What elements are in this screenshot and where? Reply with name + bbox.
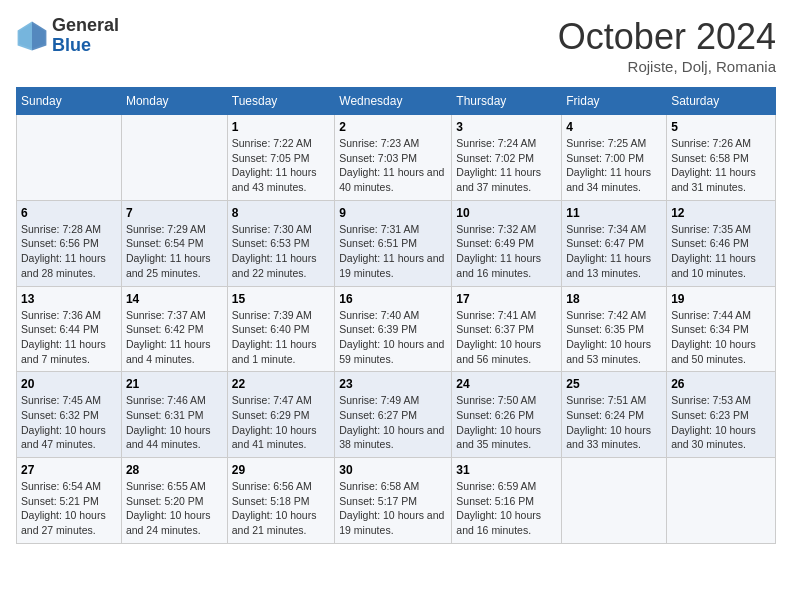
calendar-cell: 1Sunrise: 7:22 AMSunset: 7:05 PMDaylight…: [227, 115, 334, 201]
calendar-cell: [667, 458, 776, 544]
day-number: 10: [456, 206, 557, 220]
location: Rojiste, Dolj, Romania: [558, 58, 776, 75]
day-info: Sunrise: 7:37 AMSunset: 6:42 PMDaylight:…: [126, 308, 223, 367]
calendar-cell: 3Sunrise: 7:24 AMSunset: 7:02 PMDaylight…: [452, 115, 562, 201]
calendar-cell: [121, 115, 227, 201]
day-number: 21: [126, 377, 223, 391]
calendar-cell: 2Sunrise: 7:23 AMSunset: 7:03 PMDaylight…: [335, 115, 452, 201]
calendar-cell: 13Sunrise: 7:36 AMSunset: 6:44 PMDayligh…: [17, 286, 122, 372]
day-info: Sunrise: 7:46 AMSunset: 6:31 PMDaylight:…: [126, 393, 223, 452]
day-number: 2: [339, 120, 447, 134]
header-day: Saturday: [667, 88, 776, 115]
day-number: 14: [126, 292, 223, 306]
calendar-cell: 12Sunrise: 7:35 AMSunset: 6:46 PMDayligh…: [667, 200, 776, 286]
day-number: 31: [456, 463, 557, 477]
calendar-week-row: 13Sunrise: 7:36 AMSunset: 6:44 PMDayligh…: [17, 286, 776, 372]
calendar-week-row: 1Sunrise: 7:22 AMSunset: 7:05 PMDaylight…: [17, 115, 776, 201]
day-info: Sunrise: 7:51 AMSunset: 6:24 PMDaylight:…: [566, 393, 662, 452]
day-info: Sunrise: 7:25 AMSunset: 7:00 PMDaylight:…: [566, 136, 662, 195]
day-number: 13: [21, 292, 117, 306]
calendar-cell: 16Sunrise: 7:40 AMSunset: 6:39 PMDayligh…: [335, 286, 452, 372]
day-number: 22: [232, 377, 330, 391]
day-number: 27: [21, 463, 117, 477]
header-day: Sunday: [17, 88, 122, 115]
header-day: Wednesday: [335, 88, 452, 115]
logo-blue: Blue: [52, 36, 119, 56]
day-number: 11: [566, 206, 662, 220]
calendar-cell: 5Sunrise: 7:26 AMSunset: 6:58 PMDaylight…: [667, 115, 776, 201]
day-info: Sunrise: 6:54 AMSunset: 5:21 PMDaylight:…: [21, 479, 117, 538]
day-info: Sunrise: 7:32 AMSunset: 6:49 PMDaylight:…: [456, 222, 557, 281]
calendar-cell: 19Sunrise: 7:44 AMSunset: 6:34 PMDayligh…: [667, 286, 776, 372]
day-info: Sunrise: 7:36 AMSunset: 6:44 PMDaylight:…: [21, 308, 117, 367]
title-section: October 2024 Rojiste, Dolj, Romania: [558, 16, 776, 75]
header-day: Monday: [121, 88, 227, 115]
day-info: Sunrise: 7:31 AMSunset: 6:51 PMDaylight:…: [339, 222, 447, 281]
day-number: 18: [566, 292, 662, 306]
day-info: Sunrise: 7:50 AMSunset: 6:26 PMDaylight:…: [456, 393, 557, 452]
calendar-cell: 24Sunrise: 7:50 AMSunset: 6:26 PMDayligh…: [452, 372, 562, 458]
day-info: Sunrise: 6:55 AMSunset: 5:20 PMDaylight:…: [126, 479, 223, 538]
day-info: Sunrise: 7:24 AMSunset: 7:02 PMDaylight:…: [456, 136, 557, 195]
day-info: Sunrise: 7:42 AMSunset: 6:35 PMDaylight:…: [566, 308, 662, 367]
svg-marker-1: [32, 21, 46, 50]
calendar-cell: 6Sunrise: 7:28 AMSunset: 6:56 PMDaylight…: [17, 200, 122, 286]
calendar-table: SundayMondayTuesdayWednesdayThursdayFrid…: [16, 87, 776, 544]
logo-text: General Blue: [52, 16, 119, 56]
day-number: 23: [339, 377, 447, 391]
calendar-week-row: 20Sunrise: 7:45 AMSunset: 6:32 PMDayligh…: [17, 372, 776, 458]
day-info: Sunrise: 7:41 AMSunset: 6:37 PMDaylight:…: [456, 308, 557, 367]
day-number: 26: [671, 377, 771, 391]
calendar-cell: 28Sunrise: 6:55 AMSunset: 5:20 PMDayligh…: [121, 458, 227, 544]
calendar-cell: 25Sunrise: 7:51 AMSunset: 6:24 PMDayligh…: [562, 372, 667, 458]
day-number: 8: [232, 206, 330, 220]
day-info: Sunrise: 7:28 AMSunset: 6:56 PMDaylight:…: [21, 222, 117, 281]
day-info: Sunrise: 7:53 AMSunset: 6:23 PMDaylight:…: [671, 393, 771, 452]
day-info: Sunrise: 6:59 AMSunset: 5:16 PMDaylight:…: [456, 479, 557, 538]
day-number: 24: [456, 377, 557, 391]
calendar-cell: [562, 458, 667, 544]
day-number: 15: [232, 292, 330, 306]
calendar-cell: [17, 115, 122, 201]
day-info: Sunrise: 7:44 AMSunset: 6:34 PMDaylight:…: [671, 308, 771, 367]
header-day: Thursday: [452, 88, 562, 115]
calendar-cell: 23Sunrise: 7:49 AMSunset: 6:27 PMDayligh…: [335, 372, 452, 458]
calendar-cell: 9Sunrise: 7:31 AMSunset: 6:51 PMDaylight…: [335, 200, 452, 286]
page-header: General Blue October 2024 Rojiste, Dolj,…: [16, 16, 776, 75]
day-number: 12: [671, 206, 771, 220]
day-number: 9: [339, 206, 447, 220]
calendar-cell: 22Sunrise: 7:47 AMSunset: 6:29 PMDayligh…: [227, 372, 334, 458]
day-info: Sunrise: 7:40 AMSunset: 6:39 PMDaylight:…: [339, 308, 447, 367]
calendar-cell: 30Sunrise: 6:58 AMSunset: 5:17 PMDayligh…: [335, 458, 452, 544]
logo-general: General: [52, 16, 119, 36]
day-number: 29: [232, 463, 330, 477]
calendar-cell: 18Sunrise: 7:42 AMSunset: 6:35 PMDayligh…: [562, 286, 667, 372]
header-day: Tuesday: [227, 88, 334, 115]
day-number: 17: [456, 292, 557, 306]
calendar-cell: 17Sunrise: 7:41 AMSunset: 6:37 PMDayligh…: [452, 286, 562, 372]
calendar-cell: 7Sunrise: 7:29 AMSunset: 6:54 PMDaylight…: [121, 200, 227, 286]
header-row: SundayMondayTuesdayWednesdayThursdayFrid…: [17, 88, 776, 115]
day-number: 7: [126, 206, 223, 220]
day-info: Sunrise: 7:30 AMSunset: 6:53 PMDaylight:…: [232, 222, 330, 281]
calendar-week-row: 6Sunrise: 7:28 AMSunset: 6:56 PMDaylight…: [17, 200, 776, 286]
calendar-cell: 27Sunrise: 6:54 AMSunset: 5:21 PMDayligh…: [17, 458, 122, 544]
day-info: Sunrise: 7:47 AMSunset: 6:29 PMDaylight:…: [232, 393, 330, 452]
day-number: 16: [339, 292, 447, 306]
calendar-cell: 8Sunrise: 7:30 AMSunset: 6:53 PMDaylight…: [227, 200, 334, 286]
day-number: 5: [671, 120, 771, 134]
day-number: 30: [339, 463, 447, 477]
logo: General Blue: [16, 16, 119, 56]
day-info: Sunrise: 7:29 AMSunset: 6:54 PMDaylight:…: [126, 222, 223, 281]
day-info: Sunrise: 7:45 AMSunset: 6:32 PMDaylight:…: [21, 393, 117, 452]
calendar-cell: 4Sunrise: 7:25 AMSunset: 7:00 PMDaylight…: [562, 115, 667, 201]
day-number: 20: [21, 377, 117, 391]
calendar-cell: 20Sunrise: 7:45 AMSunset: 6:32 PMDayligh…: [17, 372, 122, 458]
day-info: Sunrise: 6:58 AMSunset: 5:17 PMDaylight:…: [339, 479, 447, 538]
day-info: Sunrise: 7:35 AMSunset: 6:46 PMDaylight:…: [671, 222, 771, 281]
day-number: 4: [566, 120, 662, 134]
day-number: 3: [456, 120, 557, 134]
day-number: 1: [232, 120, 330, 134]
calendar-cell: 31Sunrise: 6:59 AMSunset: 5:16 PMDayligh…: [452, 458, 562, 544]
day-info: Sunrise: 7:22 AMSunset: 7:05 PMDaylight:…: [232, 136, 330, 195]
